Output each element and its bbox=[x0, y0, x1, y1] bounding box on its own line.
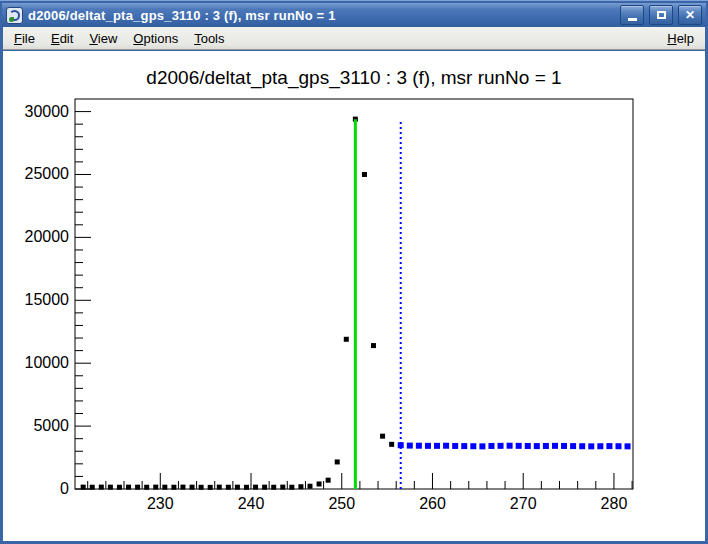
background-level-marker bbox=[561, 443, 567, 449]
background-level-marker bbox=[434, 443, 440, 449]
histogram-counts-marker bbox=[99, 485, 104, 490]
histogram-counts-marker bbox=[90, 485, 95, 490]
histogram-counts-marker bbox=[317, 481, 322, 486]
x-tick-label: 230 bbox=[147, 495, 174, 512]
y-tick-label: 5000 bbox=[33, 417, 69, 434]
histogram-counts-marker bbox=[280, 485, 285, 490]
background-level-marker bbox=[425, 443, 431, 449]
background-level-marker bbox=[543, 443, 549, 449]
close-button[interactable]: ✕ bbox=[678, 5, 702, 25]
menu-help[interactable]: Help bbox=[659, 28, 702, 49]
background-level-marker bbox=[498, 443, 504, 449]
histogram-counts-marker bbox=[199, 485, 204, 490]
background-level-marker bbox=[525, 443, 531, 449]
histogram-counts-marker bbox=[362, 172, 367, 177]
histogram-counts-marker bbox=[298, 484, 303, 489]
y-tick-label: 20000 bbox=[25, 228, 70, 245]
histogram-counts-marker bbox=[108, 485, 113, 490]
histogram-counts-marker bbox=[371, 343, 376, 348]
background-level-marker bbox=[443, 443, 449, 449]
y-tick-label: 15000 bbox=[25, 291, 70, 308]
histogram-counts-marker bbox=[180, 485, 185, 490]
background-level-marker bbox=[407, 443, 413, 449]
background-level-marker bbox=[452, 443, 458, 449]
histogram-counts-marker bbox=[190, 485, 195, 490]
histogram-counts-marker bbox=[244, 485, 249, 490]
histogram-counts-marker bbox=[253, 485, 258, 490]
minimize-icon bbox=[628, 18, 637, 21]
y-tick-label: 10000 bbox=[25, 354, 70, 371]
histogram-counts-marker bbox=[389, 442, 394, 447]
plot-title: d2006/deltat_pta_gps_3110 : 3 (f), msr r… bbox=[146, 67, 561, 89]
histogram-counts-marker bbox=[226, 485, 231, 490]
histogram-counts-marker bbox=[380, 434, 385, 439]
background-level-marker bbox=[470, 443, 476, 449]
background-level-marker bbox=[625, 443, 631, 449]
background-level-marker bbox=[488, 443, 494, 449]
histogram-counts-marker bbox=[162, 485, 167, 490]
histogram-counts-marker bbox=[144, 485, 149, 490]
background-level-marker bbox=[588, 443, 594, 449]
window-title: d2006/deltat_pta_gps_3110 : 3 (f), msr r… bbox=[28, 8, 615, 23]
background-level-marker bbox=[570, 443, 576, 449]
root-leaf-icon bbox=[9, 17, 14, 22]
menu-edit[interactable]: Edit bbox=[43, 28, 81, 49]
musrview-window: d2006/deltat_pta_gps_3110 : 3 (f), msr r… bbox=[0, 0, 708, 544]
histogram-counts-marker bbox=[326, 478, 331, 483]
menu-options[interactable]: Options bbox=[125, 28, 186, 49]
close-icon: ✕ bbox=[685, 9, 695, 21]
plot-area[interactable]: d2006/deltat_pta_gps_3110 : 3 (f), msr r… bbox=[3, 51, 705, 542]
x-tick-label: 250 bbox=[328, 495, 355, 512]
background-level-marker bbox=[606, 443, 612, 449]
menu-tools[interactable]: Tools bbox=[186, 28, 232, 49]
histogram-counts-marker bbox=[81, 485, 86, 490]
menubar: FileEditViewOptionsToolsHelp bbox=[3, 27, 705, 50]
y-tick-label: 25000 bbox=[25, 165, 70, 182]
maximize-icon bbox=[657, 11, 666, 19]
root-app-icon bbox=[6, 7, 23, 24]
menu-file[interactable]: File bbox=[6, 28, 43, 49]
background-level-marker bbox=[516, 443, 522, 449]
x-tick-label: 260 bbox=[419, 495, 446, 512]
x-tick-label: 240 bbox=[238, 495, 265, 512]
histogram-counts-marker bbox=[289, 485, 294, 490]
y-tick-label: 0 bbox=[60, 480, 69, 497]
background-level-marker bbox=[479, 443, 485, 449]
histogram-counts-marker bbox=[271, 485, 276, 490]
background-level-marker bbox=[597, 443, 603, 449]
minimize-button[interactable] bbox=[620, 5, 644, 25]
background-level-marker bbox=[507, 443, 513, 449]
histogram-counts-marker bbox=[307, 484, 312, 489]
background-level-marker bbox=[416, 443, 422, 449]
histogram-counts-marker bbox=[235, 485, 240, 490]
background-level-marker bbox=[552, 443, 558, 449]
x-tick-label: 280 bbox=[601, 495, 628, 512]
histogram-counts-marker bbox=[344, 337, 349, 342]
histogram-counts-marker bbox=[171, 485, 176, 490]
histogram-counts-marker bbox=[153, 485, 158, 490]
background-level-marker bbox=[461, 443, 467, 449]
histogram-counts-marker bbox=[208, 485, 213, 490]
histogram-counts-marker bbox=[135, 485, 140, 490]
background-level-marker bbox=[615, 443, 621, 449]
background-level-marker bbox=[579, 443, 585, 449]
histogram-counts-marker bbox=[117, 485, 122, 490]
histogram-counts-marker bbox=[217, 485, 222, 490]
root-canvas[interactable]: d2006/deltat_pta_gps_3110 : 3 (f), msr r… bbox=[3, 51, 705, 541]
menu-view[interactable]: View bbox=[81, 28, 125, 49]
background-level-marker bbox=[534, 443, 540, 449]
titlebar[interactable]: d2006/deltat_pta_gps_3110 : 3 (f), msr r… bbox=[2, 3, 706, 27]
maximize-button[interactable] bbox=[649, 5, 673, 25]
histogram-counts-marker bbox=[126, 485, 131, 490]
x-tick-label: 270 bbox=[510, 495, 537, 512]
y-tick-label: 30000 bbox=[25, 103, 70, 120]
histogram-counts-marker bbox=[335, 459, 340, 464]
histogram-counts-marker bbox=[262, 485, 267, 490]
